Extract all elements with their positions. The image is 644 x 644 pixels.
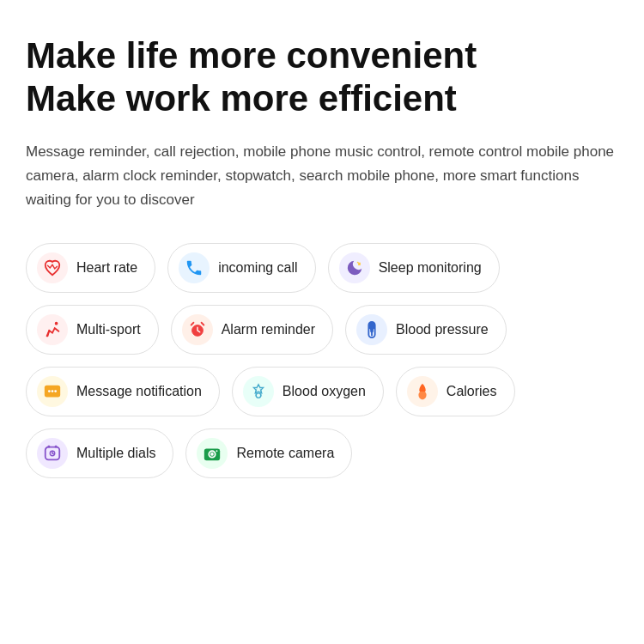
features-grid: Heart rate incoming call Sleep monitorin… xyxy=(26,243,618,478)
dials-icon xyxy=(37,438,68,469)
svg-point-11 xyxy=(256,393,261,398)
svg-point-1 xyxy=(55,322,58,325)
feature-label-blood-pressure: Blood pressure xyxy=(396,322,489,337)
feature-row-0: Heart rate incoming call Sleep monitorin… xyxy=(26,243,618,293)
svg-point-21 xyxy=(216,450,218,452)
svg-point-20 xyxy=(211,453,215,456)
feature-row-3: Multiple dials Remote camera xyxy=(26,428,618,478)
feature-pill-blood-pressure[interactable]: Blood pressure xyxy=(345,305,507,355)
svg-line-17 xyxy=(52,453,54,454)
feature-pill-incoming-call[interactable]: incoming call xyxy=(167,243,315,293)
feature-pill-multi-sport[interactable]: Multi-sport xyxy=(26,305,159,355)
page-description: Message reminder, call rejection, mobile… xyxy=(26,140,618,212)
camera-icon xyxy=(197,438,228,469)
feature-label-calories: Calories xyxy=(447,384,497,399)
svg-point-9 xyxy=(52,390,54,392)
feature-row-2: Message notification Blood oxygen Calori… xyxy=(26,367,618,416)
feature-label-alarm-reminder: Alarm reminder xyxy=(222,322,315,337)
call-icon xyxy=(179,252,210,283)
feature-pill-blood-oxygen[interactable]: Blood oxygen xyxy=(232,367,384,416)
feature-pill-multiple-dials[interactable]: Multiple dials xyxy=(26,428,173,478)
feature-pill-calories[interactable]: Calories xyxy=(396,367,515,416)
feature-pill-sleep-monitoring[interactable]: Sleep monitoring xyxy=(328,243,500,293)
page-title: Make life more convenient Make work more… xyxy=(26,34,618,121)
feature-pill-alarm-reminder[interactable]: Alarm reminder xyxy=(171,305,333,355)
feature-pill-message-notification[interactable]: Message notification xyxy=(26,367,220,416)
sport-icon xyxy=(37,314,68,345)
feature-label-incoming-call: incoming call xyxy=(218,260,297,276)
feature-label-multiple-dials: Multiple dials xyxy=(76,446,155,461)
feature-label-remote-camera: Remote camera xyxy=(236,446,334,461)
calories-icon xyxy=(407,376,438,407)
svg-rect-5 xyxy=(368,322,374,330)
message-icon xyxy=(37,376,68,407)
sleep-icon xyxy=(339,252,370,283)
heart-icon xyxy=(37,252,68,283)
bp-icon xyxy=(356,314,387,345)
feature-label-heart-rate: Heart rate xyxy=(76,260,137,276)
svg-rect-14 xyxy=(55,446,58,448)
feature-label-message-notification: Message notification xyxy=(76,384,202,399)
alarm-icon xyxy=(182,314,213,345)
feature-label-blood-oxygen: Blood oxygen xyxy=(283,384,366,399)
svg-point-8 xyxy=(48,390,51,392)
feature-label-sleep-monitoring: Sleep monitoring xyxy=(379,260,482,276)
feature-pill-heart-rate[interactable]: Heart rate xyxy=(26,243,155,293)
feature-label-multi-sport: Multi-sport xyxy=(76,322,141,337)
svg-point-10 xyxy=(54,390,57,392)
feature-pill-remote-camera[interactable]: Remote camera xyxy=(185,428,352,478)
oxygen-icon xyxy=(243,376,274,407)
svg-point-0 xyxy=(356,262,358,264)
feature-row-1: Multi-sport Alarm reminder Blood pressur… xyxy=(26,305,618,355)
svg-rect-13 xyxy=(48,446,51,448)
